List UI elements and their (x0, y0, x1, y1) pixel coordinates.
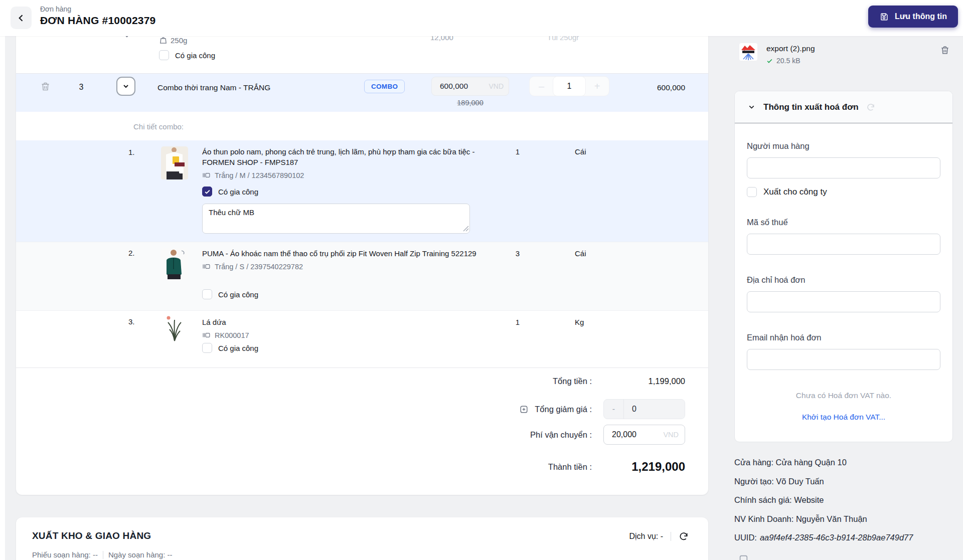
refresh-icon[interactable] (679, 531, 689, 541)
combo-old-price: 189,000 (431, 99, 509, 107)
item-qty: 1 (503, 318, 533, 326)
combo-price-input[interactable]: 600,000 VND (431, 77, 509, 96)
invoice-panel-title: Thông tin xuất hoá đơn (763, 102, 859, 112)
buyer-input[interactable] (747, 157, 940, 178)
discount-value[interactable]: 0 (624, 400, 685, 419)
combo-price-value: 600,000 (440, 82, 468, 91)
tax-code-label: Mã số thuế (747, 218, 940, 227)
collapse-combo-button[interactable] (116, 77, 135, 96)
item-index: 3. (128, 317, 135, 326)
discount-input-group[interactable]: - 0 (603, 399, 685, 419)
company-checkbox-label: Xuất cho công ty (763, 187, 827, 197)
invoice-panel-body: Người mua hàng Xuất cho công ty Mã số th… (735, 141, 952, 422)
copy-icon[interactable] (738, 553, 749, 560)
product-name: PUMA - Áo khoác nam thể thao cổ trụ phối… (202, 248, 491, 259)
processing-note-textarea[interactable] (202, 204, 470, 234)
combo-details-label: Chi tiết combo: (133, 122, 184, 131)
tax-code-input[interactable] (747, 234, 940, 255)
trash-icon[interactable] (940, 45, 950, 55)
item-unit: Kg (575, 318, 584, 326)
invoice-panel-header[interactable]: Thông tin xuất hoá đơn (735, 91, 952, 123)
subtotal-value: 1,199,000 (592, 377, 685, 386)
variant-text: RK000017 (215, 331, 249, 339)
order-items-card: 250g 12,000 Túi 250gr Có gia công 3 Comb… (16, 24, 708, 495)
barcode-icon (202, 331, 211, 339)
attachment-name[interactable]: export (2).png (766, 44, 815, 53)
shipping-fee-value: 20,000 (612, 430, 636, 439)
save-button[interactable]: Lưu thông tin (868, 6, 958, 28)
product-info: Áo thun polo nam, phong cách trẻ trung, … (202, 146, 491, 179)
refresh-icon[interactable] (866, 103, 875, 112)
company-checkbox-row: Xuất cho công ty (747, 187, 940, 197)
shipping-fee-input[interactable]: 20,000 VND (603, 425, 685, 445)
attachment-size-row: 20.5 kB (766, 57, 800, 65)
item-qty: 3 (503, 249, 533, 258)
product-image (161, 315, 188, 346)
discount-label: Tổng giảm giá : (535, 405, 592, 414)
variant-text: Trắng / M / 1234567890102 (215, 171, 304, 179)
item-index: 2. (128, 249, 135, 257)
subtotal-label: Tổng tiền : (553, 377, 592, 386)
product-image (161, 248, 188, 281)
create-vat-invoice-link[interactable]: Khởi tạo Hoá đơn VAT... (747, 413, 940, 422)
processing-checkbox[interactable] (202, 343, 212, 353)
chevron-down-icon[interactable] (747, 103, 756, 111)
product-name: Lá dứa (202, 317, 491, 327)
discount-row: Tổng giảm giá : - 0 (519, 399, 685, 419)
invoice-email-label: Email nhận hoá đơn (747, 333, 940, 342)
combo-item-row: 2. PUMA - Áo khoác nam thể thao cổ trụ p… (16, 242, 708, 310)
trash-icon[interactable] (40, 81, 51, 92)
fulfillment-title: XUẤT KHO & GIAO HÀNG (32, 530, 151, 541)
barcode-icon (202, 171, 211, 179)
meta-price-policy: Chính sách giá: Website (734, 494, 960, 506)
chevron-left-icon (16, 13, 26, 23)
fulfillment-card: XUẤT KHO & GIAO HÀNG Phiếu soạn hàng: --… (16, 517, 708, 560)
resize-handle-icon[interactable] (463, 226, 469, 232)
processing-label: Có gia công (175, 51, 215, 60)
item-index: 1. (128, 148, 135, 156)
processing-checkbox-row: Có gia công (202, 289, 258, 299)
processing-checkbox[interactable] (202, 186, 212, 197)
no-vat-invoice-text: Chưa có Hoá đơn VAT nào. (747, 391, 940, 400)
combo-line-total: 600,000 (657, 83, 685, 92)
processing-checkbox-row: Có gia công (159, 50, 215, 60)
combo-row: 3 Combo thời trang Nam - TRẮNG COMBO 600… (16, 73, 708, 112)
variant-text: Trắng / S / 2397540229782 (215, 263, 303, 271)
quantity-increase-button[interactable]: + (585, 77, 609, 96)
shipping-label: Phí vận chuyển : (530, 430, 592, 440)
combo-name: Combo thời trang Nam - TRẮNG (157, 83, 270, 92)
back-button[interactable] (11, 7, 32, 29)
processing-checkbox[interactable] (202, 289, 212, 299)
processing-checkbox-row: Có gia công (202, 186, 258, 197)
processing-checkbox[interactable] (159, 50, 169, 60)
page-title: ĐƠN HÀNG #10002379 (40, 15, 155, 27)
picking-note: Phiếu soạn hàng: -- (32, 550, 98, 559)
shipping-row: Phí vận chuyển : 20,000 VND (530, 425, 685, 445)
grand-total-value: 1,219,000 (592, 460, 685, 474)
add-discount-icon[interactable] (519, 405, 529, 414)
save-button-label: Lưu thông tin (895, 12, 947, 21)
check-icon (204, 189, 211, 195)
order-totals: Tổng tiền : 1,199,000 Tổng giảm giá : - … (16, 367, 708, 495)
check-icon (766, 58, 773, 64)
quantity-value[interactable]: 1 (553, 77, 585, 96)
processing-label: Có gia công (218, 290, 258, 299)
quantity-decrease-button[interactable]: – (530, 77, 553, 96)
invoice-address-input[interactable] (747, 291, 940, 312)
item-unit: Cái (575, 249, 586, 258)
breadcrumb: Đơn hàng (40, 5, 71, 13)
combo-badge: COMBO (364, 80, 405, 93)
quantity-stepper: – 1 + (529, 76, 609, 96)
attachment-thumbnail[interactable] (739, 43, 757, 61)
variant-row: Trắng / S / 2397540229782 (202, 262, 491, 271)
company-checkbox[interactable] (747, 187, 757, 197)
processing-checkbox-row: Có gia công (202, 343, 258, 353)
product-image (161, 146, 188, 181)
item-unit: Cái (575, 147, 586, 156)
order-page: 250g 12,000 Túi 250gr Có gia công 3 Comb… (0, 0, 963, 560)
shipping-fee-currency: VND (663, 431, 679, 439)
invoice-panel: Thông tin xuất hoá đơn Người mua hàng Xu… (734, 91, 953, 442)
meta-uuid-row: UUID:aa9f4ef4-2385-46c3-b914-28b9ae749d7… (734, 532, 960, 543)
invoice-email-input[interactable] (747, 349, 940, 370)
processing-label: Có gia công (218, 344, 258, 352)
